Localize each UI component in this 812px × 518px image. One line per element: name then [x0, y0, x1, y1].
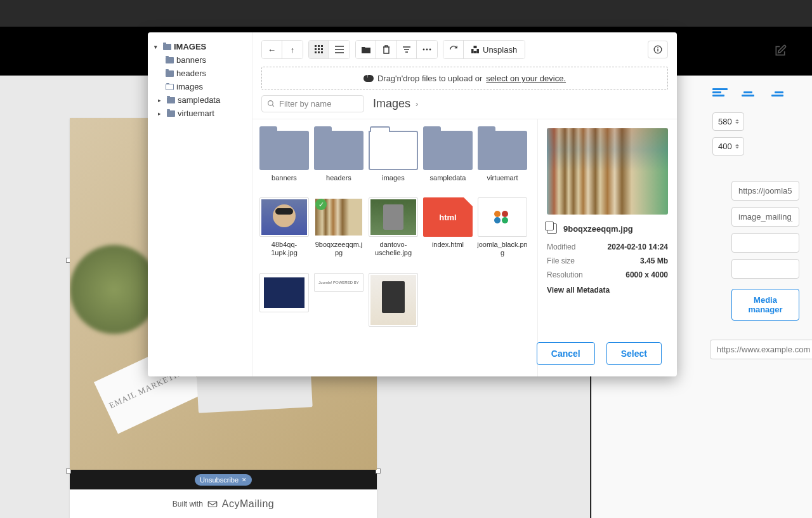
folder-item[interactable]: virtuemart	[477, 131, 528, 182]
modal-main: ← ↑ Unsplash	[252, 32, 677, 376]
svg-rect-8	[318, 51, 320, 53]
unsplash-button[interactable]: Unsplash	[464, 41, 525, 58]
tree-item-banners[interactable]: banners	[152, 53, 248, 67]
tree-label: headers	[176, 69, 206, 78]
unsubscribe-bar: Unsubscribe ✕	[70, 470, 377, 489]
unsplash-icon	[471, 46, 479, 53]
height-input[interactable]: 400	[712, 137, 744, 156]
grid-view-button[interactable]	[309, 41, 329, 58]
svg-point-26	[268, 101, 273, 106]
file-grid-scroll[interactable]: banners headers images sampledata virtue…	[252, 119, 537, 376]
meta-modified-label: Modified	[547, 242, 575, 251]
blank-input-1[interactable]	[731, 233, 799, 253]
image-thumb	[259, 273, 309, 312]
edit-tab-icon	[774, 44, 787, 57]
svg-point-25	[658, 48, 658, 48]
file-label: 9boqxzeeqqm.jpg	[313, 241, 364, 257]
svg-rect-1	[315, 45, 317, 47]
file-item[interactable]: dantovo-uschelie.jpg	[368, 197, 419, 257]
breadcrumb-label: Images	[373, 97, 410, 110]
svg-rect-6	[321, 48, 323, 50]
file-grid: banners headers images sampledata virtue…	[259, 131, 535, 327]
align-left-button[interactable]	[712, 88, 728, 100]
folder-label: banners	[272, 174, 297, 182]
svg-point-29	[502, 211, 508, 217]
blank-input-2[interactable]	[731, 259, 799, 279]
svg-rect-21	[477, 49, 480, 53]
sort-icon	[402, 46, 411, 53]
folder-item[interactable]: sampledata	[422, 131, 473, 182]
caret-down-icon[interactable]: ▾	[154, 44, 160, 50]
folder-icon	[163, 44, 171, 50]
refresh-button[interactable]	[443, 41, 464, 58]
media-manager-button[interactable]: Media manager	[731, 289, 799, 321]
file-item[interactable]: htmlindex.html	[422, 197, 473, 257]
file-item[interactable]: 48b4qq-1upk.jpg	[259, 197, 310, 257]
cancel-button[interactable]: Cancel	[537, 342, 595, 365]
link-input[interactable]	[710, 340, 812, 359]
file-label: dantovo-uschelie.jpg	[368, 241, 419, 257]
file-item[interactable]	[259, 273, 310, 327]
svg-rect-3	[321, 45, 323, 47]
folder-item[interactable]: images	[368, 131, 419, 182]
folder-item[interactable]: banners	[259, 131, 310, 182]
image-thumb	[478, 197, 527, 237]
align-right-button[interactable]	[768, 88, 783, 100]
tree-item-images[interactable]: images	[152, 80, 248, 93]
upload-dropzone[interactable]: Drag'n'drop files to upload or select on…	[261, 67, 668, 90]
image-thumb	[369, 197, 418, 237]
tree-label: banners	[176, 55, 206, 65]
refresh-icon	[449, 45, 458, 54]
filename-input[interactable]	[731, 207, 799, 227]
info-button[interactable]	[648, 41, 668, 58]
url-input[interactable]	[731, 181, 799, 201]
alignment-buttons	[712, 88, 799, 100]
unsubscribe-chip[interactable]: Unsubscribe ✕	[195, 474, 252, 486]
file-item[interactable]: Joomla! POWERED BY	[313, 273, 364, 327]
folder-open-icon	[369, 131, 418, 170]
folder-item[interactable]: headers	[313, 131, 364, 182]
folder-label: sampledata	[430, 174, 466, 182]
svg-rect-22	[474, 51, 477, 53]
folder-icon	[166, 70, 174, 77]
sort-button[interactable]	[396, 41, 417, 58]
svg-rect-2	[318, 45, 320, 47]
width-input[interactable]: 580	[712, 112, 744, 131]
tree-label: sampledata	[178, 95, 220, 105]
delete-button[interactable]	[376, 41, 396, 58]
folder-label: headers	[326, 174, 351, 182]
more-button[interactable]	[417, 41, 437, 58]
filter-input[interactable]: Filter by name	[261, 95, 364, 112]
dropzone-select-link[interactable]: select on your device.	[486, 74, 566, 83]
tree-item-virtuemart[interactable]: ▸virtuemart	[152, 107, 248, 120]
tree-item-sampledata[interactable]: ▸sampledata	[152, 93, 248, 107]
file-item-selected[interactable]: ✓9boqxzeeqqm.jpg	[313, 197, 364, 257]
breadcrumb[interactable]: Images ›	[373, 97, 418, 110]
copy-filename-button[interactable]	[547, 223, 557, 234]
file-item[interactable]: joomla_black.png	[477, 197, 528, 257]
tree-root[interactable]: ▾ IMAGES	[152, 40, 248, 53]
tree-label: virtuemart	[178, 109, 214, 118]
image-thumb: ✓	[314, 197, 363, 237]
view-all-metadata-link[interactable]: View all Metadata	[547, 286, 668, 295]
built-with-text: Built with	[173, 500, 203, 508]
width-value: 580	[718, 117, 732, 126]
list-view-button[interactable]	[329, 41, 350, 58]
media-manager-modal: ▾ IMAGES banners headers images ▸sampled…	[148, 32, 677, 376]
caret-right-icon[interactable]: ▸	[158, 97, 164, 103]
file-item[interactable]	[368, 273, 419, 327]
built-with-row: Built with AcyMailing	[70, 489, 377, 518]
new-folder-button[interactable]	[356, 41, 376, 58]
toolbar: ← ↑ Unsplash	[252, 32, 677, 67]
svg-line-27	[272, 105, 274, 107]
unsubscribe-remove-icon[interactable]: ✕	[242, 477, 247, 483]
select-button[interactable]: Select	[606, 342, 662, 365]
caret-right-icon[interactable]: ▸	[158, 110, 164, 117]
file-label: 48b4qq-1upk.jpg	[259, 241, 310, 257]
chevron-right-icon: ›	[416, 99, 418, 109]
up-button[interactable]: ↑	[282, 41, 303, 58]
align-center-button[interactable]	[740, 88, 756, 100]
back-button[interactable]: ←	[262, 41, 282, 58]
svg-point-17	[426, 49, 428, 51]
tree-item-headers[interactable]: headers	[152, 67, 248, 80]
